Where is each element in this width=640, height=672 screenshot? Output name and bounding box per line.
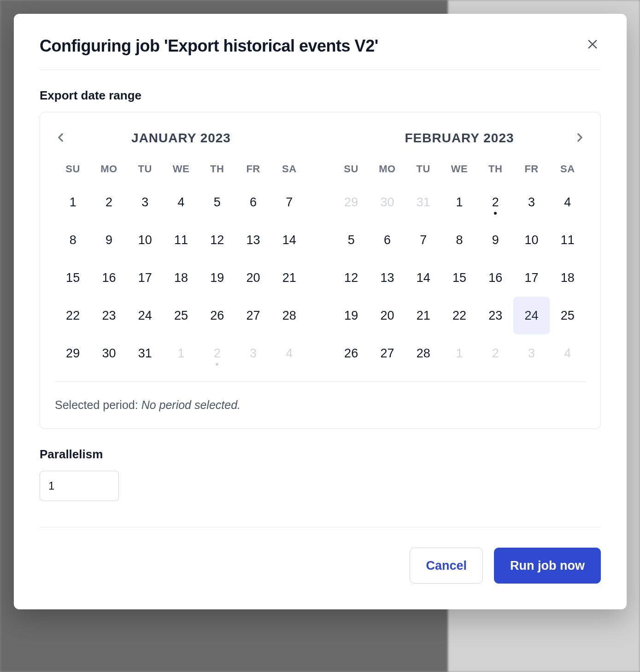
prev-month-button[interactable] bbox=[52, 129, 70, 148]
calendar-day[interactable]: 28 bbox=[271, 297, 307, 334]
calendar-day[interactable]: 27 bbox=[235, 297, 271, 334]
calendar-day[interactable]: 8 bbox=[55, 221, 91, 259]
calendar-day[interactable]: 21 bbox=[405, 297, 441, 334]
calendar-day[interactable]: 9 bbox=[91, 221, 127, 259]
calendar-day[interactable]: 2 bbox=[199, 334, 235, 372]
calendar-day[interactable]: 22 bbox=[55, 297, 91, 334]
calendar-day[interactable]: 1 bbox=[441, 183, 477, 221]
day-marker-dot bbox=[216, 363, 218, 366]
calendar-day[interactable]: 10 bbox=[127, 221, 163, 259]
calendar-day[interactable]: 23 bbox=[91, 297, 127, 334]
date-range-picker: JANUARY 2023 SU MO TU WE TH FR SA 123456… bbox=[40, 112, 601, 429]
calendar-day[interactable]: 8 bbox=[441, 221, 477, 259]
calendar-week: 22232425262728 bbox=[55, 297, 307, 334]
calendar-day[interactable]: 6 bbox=[369, 221, 405, 259]
calendar-day[interactable]: 29 bbox=[55, 334, 91, 372]
calendar-day[interactable]: 13 bbox=[235, 221, 271, 259]
calendar-day[interactable]: 7 bbox=[271, 183, 307, 221]
calendar-day[interactable]: 12 bbox=[199, 221, 235, 259]
parallelism-label: Parallelism bbox=[40, 447, 601, 462]
calendar-day[interactable]: 25 bbox=[550, 297, 586, 334]
calendar-day[interactable]: 17 bbox=[127, 259, 163, 297]
calendar-day[interactable]: 23 bbox=[477, 297, 513, 334]
next-month-button[interactable] bbox=[571, 129, 588, 148]
calendar-day[interactable]: 4 bbox=[271, 334, 307, 372]
calendar-day[interactable]: 18 bbox=[163, 259, 199, 297]
weekday-label: MO bbox=[91, 158, 127, 183]
calendar-day[interactable]: 1 bbox=[163, 334, 199, 372]
parallelism-input[interactable] bbox=[40, 471, 119, 501]
calendar-day[interactable]: 3 bbox=[235, 334, 271, 372]
calendar-day[interactable]: 15 bbox=[441, 259, 477, 297]
calendar-day[interactable]: 26 bbox=[333, 334, 369, 372]
calendar-day[interactable]: 14 bbox=[271, 221, 307, 259]
calendar-day[interactable]: 31 bbox=[127, 334, 163, 372]
calendar-day[interactable]: 4 bbox=[550, 183, 586, 221]
calendar-month-right: FEBRUARY 2023 SU MO TU WE TH FR SA 29303… bbox=[333, 131, 586, 372]
weekday-label: SA bbox=[271, 158, 307, 183]
calendar-day[interactable]: 19 bbox=[333, 297, 369, 334]
calendar-day[interactable]: 24 bbox=[513, 297, 549, 334]
calendar-day[interactable]: 2 bbox=[477, 334, 513, 372]
modal-title: Configuring job 'Export historical event… bbox=[40, 36, 378, 56]
chevron-left-icon bbox=[55, 132, 67, 144]
calendar-day[interactable]: 26 bbox=[199, 297, 235, 334]
calendar-day[interactable]: 27 bbox=[369, 334, 405, 372]
run-job-now-button[interactable]: Run job now bbox=[494, 548, 601, 584]
calendar-day[interactable]: 11 bbox=[163, 221, 199, 259]
calendar-day[interactable]: 22 bbox=[441, 297, 477, 334]
calendar-day[interactable]: 13 bbox=[369, 259, 405, 297]
calendar-day[interactable]: 18 bbox=[550, 259, 586, 297]
cancel-button[interactable]: Cancel bbox=[410, 548, 483, 584]
weekday-label: WE bbox=[163, 158, 199, 183]
calendar-day[interactable]: 19 bbox=[199, 259, 235, 297]
calendar-day[interactable]: 1 bbox=[55, 183, 91, 221]
calendar-month-left: JANUARY 2023 SU MO TU WE TH FR SA 123456… bbox=[55, 131, 307, 372]
calendar-day[interactable]: 24 bbox=[127, 297, 163, 334]
close-button[interactable] bbox=[584, 36, 601, 53]
calendar-day[interactable]: 17 bbox=[513, 259, 549, 297]
calendar-day[interactable]: 6 bbox=[235, 183, 271, 221]
calendar-day[interactable]: 2 bbox=[477, 183, 513, 221]
calendar-day[interactable]: 30 bbox=[91, 334, 127, 372]
selected-period-row: Selected period: No period selected. bbox=[55, 381, 586, 412]
calendar-day[interactable]: 3 bbox=[513, 183, 549, 221]
calendar-day[interactable]: 20 bbox=[235, 259, 271, 297]
calendar-week: 567891011 bbox=[333, 221, 586, 259]
weekday-label: MO bbox=[369, 158, 405, 183]
calendar-day[interactable]: 30 bbox=[369, 183, 405, 221]
calendar-day[interactable]: 7 bbox=[405, 221, 441, 259]
calendar-day[interactable]: 29 bbox=[333, 183, 369, 221]
calendar-day[interactable]: 5 bbox=[333, 221, 369, 259]
calendar-day[interactable]: 1 bbox=[441, 334, 477, 372]
calendar-day[interactable]: 15 bbox=[55, 259, 91, 297]
weekday-label: TH bbox=[199, 158, 235, 183]
weekday-label: WE bbox=[441, 158, 477, 183]
calendar-day[interactable]: 3 bbox=[127, 183, 163, 221]
calendar-day[interactable]: 25 bbox=[163, 297, 199, 334]
calendar-grid-right: 2930311234567891011121314151617181920212… bbox=[333, 183, 586, 372]
calendar-day[interactable]: 28 bbox=[405, 334, 441, 372]
weekday-label: TU bbox=[405, 158, 441, 183]
calendar-day[interactable]: 4 bbox=[550, 334, 586, 372]
export-date-range-label: Export date range bbox=[40, 88, 601, 103]
calendar-week: 2627281234 bbox=[333, 334, 586, 372]
calendar-day[interactable]: 2 bbox=[91, 183, 127, 221]
calendar-day[interactable]: 12 bbox=[333, 259, 369, 297]
calendar-day[interactable]: 11 bbox=[550, 221, 586, 259]
weekday-label: TH bbox=[477, 158, 513, 183]
calendar-day[interactable]: 31 bbox=[405, 183, 441, 221]
calendar-day[interactable]: 14 bbox=[405, 259, 441, 297]
calendar-week: 1234567 bbox=[55, 183, 307, 221]
calendar-day[interactable]: 10 bbox=[513, 221, 549, 259]
calendar-day[interactable]: 21 bbox=[271, 259, 307, 297]
calendar-day[interactable]: 16 bbox=[91, 259, 127, 297]
calendar-day[interactable]: 3 bbox=[513, 334, 549, 372]
calendar-day[interactable]: 5 bbox=[199, 183, 235, 221]
calendar-day[interactable]: 4 bbox=[163, 183, 199, 221]
calendar-day[interactable]: 20 bbox=[369, 297, 405, 334]
chevron-right-icon bbox=[574, 132, 586, 144]
calendar-day[interactable]: 16 bbox=[477, 259, 513, 297]
close-icon bbox=[586, 38, 599, 51]
calendar-day[interactable]: 9 bbox=[477, 221, 513, 259]
